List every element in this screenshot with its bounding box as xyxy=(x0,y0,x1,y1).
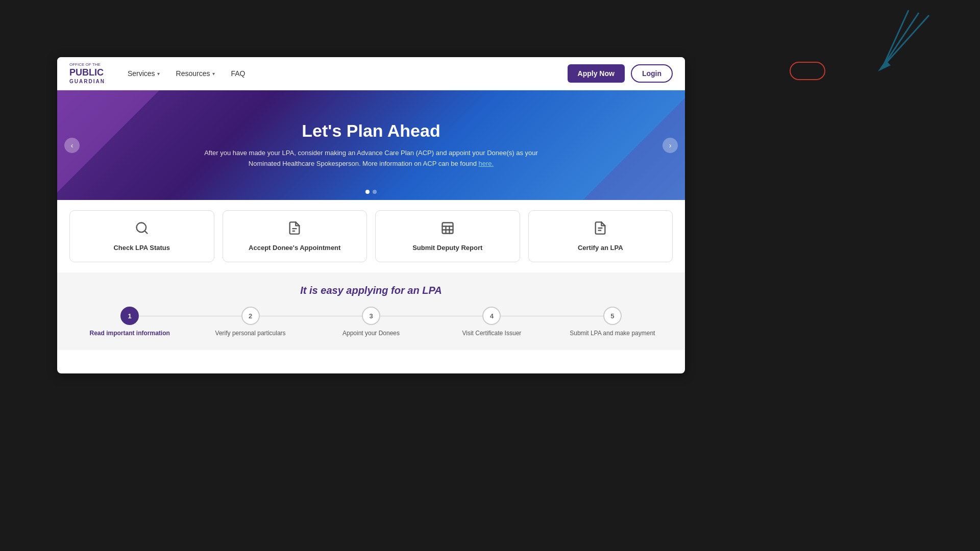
step-circle-3[interactable]: 3 xyxy=(362,307,380,325)
hero-prev-button[interactable]: ‹ xyxy=(64,138,80,153)
navbar: OFFICE OF THE PUBLIC GUARDIAN Services ▾… xyxy=(57,57,685,90)
resources-chevron-icon: ▾ xyxy=(212,71,215,77)
nav-services[interactable]: Services ▾ xyxy=(121,65,166,82)
logo-office-label: OFFICE OF THE xyxy=(69,62,105,67)
logo: OFFICE OF THE PUBLIC GUARDIAN xyxy=(69,62,105,84)
table-icon xyxy=(440,221,455,239)
browser-window: OFFICE OF THE PUBLIC GUARDIAN Services ▾… xyxy=(57,57,685,373)
service-label-certify-lpa: Certify an LPA xyxy=(578,244,623,252)
service-label-check-lpa: Check LPA Status xyxy=(113,244,170,252)
step-circle-5[interactable]: 5 xyxy=(603,307,622,325)
service-label-submit-deputy: Submit Deputy Report xyxy=(412,244,482,252)
svg-line-12 xyxy=(883,13,919,66)
step-label-3: Appoint your Donees xyxy=(342,329,400,338)
svg-line-13 xyxy=(883,10,909,66)
nav-links: Services ▾ Resources ▾ FAQ xyxy=(121,65,568,82)
step-1: 1 Read important information xyxy=(69,307,190,338)
step-label-5: Submit LPA and make payment xyxy=(570,329,655,338)
hero-description: After you have made your LPA, consider m… xyxy=(187,148,555,169)
step-label-1: Read important information xyxy=(90,329,170,338)
hero-banner: ‹ Let's Plan Ahead After you have made y… xyxy=(57,90,685,200)
svg-line-11 xyxy=(883,15,929,66)
hero-title: Let's Plan Ahead xyxy=(302,121,440,141)
step-label-2: Verify personal particulars xyxy=(215,329,286,338)
document-icon xyxy=(287,221,302,239)
service-card-accept-donee[interactable]: Accept Donee's Appointment xyxy=(223,210,368,262)
step-circle-4[interactable]: 4 xyxy=(482,307,501,325)
hero-dot-2[interactable] xyxy=(373,190,377,194)
step-label-4: Visit Certificate Issuer xyxy=(462,329,521,338)
hero-link[interactable]: here. xyxy=(479,160,494,167)
logo-public-label: PUBLIC xyxy=(69,67,105,79)
svg-marker-14 xyxy=(878,60,891,71)
steps-row: 1 Read important information 2 Verify pe… xyxy=(69,307,673,338)
nav-buttons: Apply Now Login xyxy=(568,64,673,83)
hero-dot-1[interactable] xyxy=(365,190,370,194)
document-check-icon xyxy=(593,221,607,239)
services-chevron-icon: ▾ xyxy=(157,71,160,77)
hero-next-button[interactable]: › xyxy=(663,138,678,153)
service-card-check-lpa[interactable]: Check LPA Status xyxy=(69,210,214,262)
step-circle-1[interactable]: 1 xyxy=(120,307,139,325)
nav-faq[interactable]: FAQ xyxy=(225,65,252,82)
login-button[interactable]: Login xyxy=(631,64,673,83)
step-5: 5 Submit LPA and make payment xyxy=(552,307,673,338)
login-annotation-circle xyxy=(790,62,825,80)
nav-resources[interactable]: Resources ▾ xyxy=(170,65,221,82)
service-card-submit-deputy[interactable]: Submit Deputy Report xyxy=(375,210,520,262)
step-3: 3 Appoint your Donees xyxy=(311,307,431,338)
search-icon xyxy=(135,221,149,239)
steps-section: It is easy applying for an LPA 1 Read im… xyxy=(57,272,685,350)
annotation-arrow xyxy=(776,5,960,107)
services-row: Check LPA Status Accept Donee's Appointm… xyxy=(57,200,685,272)
service-label-accept-donee: Accept Donee's Appointment xyxy=(249,244,340,252)
logo-guardian-label: GUARDIAN xyxy=(69,79,105,85)
hero-dots xyxy=(365,190,377,194)
step-4: 4 Visit Certificate Issuer xyxy=(431,307,552,338)
step-2: 2 Verify personal particulars xyxy=(190,307,310,338)
svg-rect-4 xyxy=(442,223,453,234)
service-card-certify-lpa[interactable]: Certify an LPA xyxy=(528,210,673,262)
steps-title: It is easy applying for an LPA xyxy=(69,285,673,296)
svg-line-1 xyxy=(144,231,147,233)
step-circle-2[interactable]: 2 xyxy=(241,307,260,325)
logo-area: OFFICE OF THE PUBLIC GUARDIAN xyxy=(69,62,105,84)
apply-now-button[interactable]: Apply Now xyxy=(568,64,625,83)
